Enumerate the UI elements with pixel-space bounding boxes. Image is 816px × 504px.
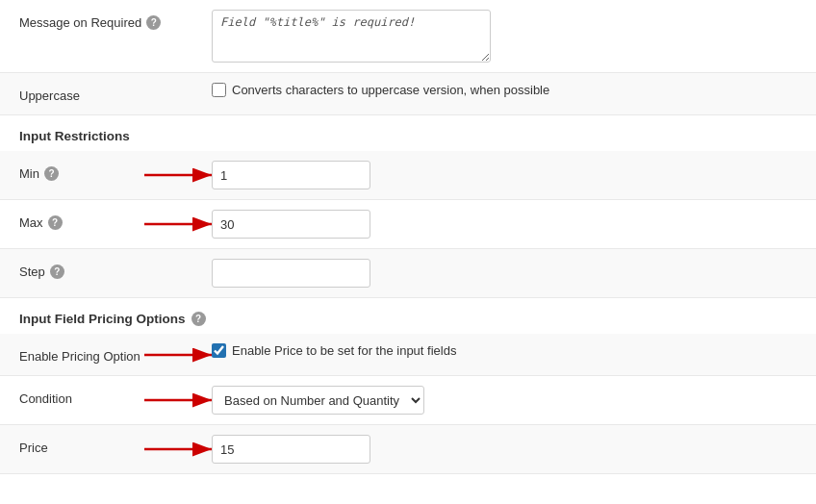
max-label: Max ?: [19, 210, 212, 230]
max-input[interactable]: [212, 210, 370, 239]
label-text: Price: [19, 441, 48, 455]
enable-pricing-checkbox[interactable]: [212, 343, 226, 358]
message-on-required-label: Message on Required ?: [19, 10, 212, 30]
uppercase-control: Converts characters to uppercase version…: [212, 83, 797, 97]
step-row: Step ?: [0, 249, 816, 298]
min-label: Min ?: [19, 161, 212, 181]
enable-pricing-checkbox-label: Enable Price to be set for the input fie…: [232, 343, 456, 358]
max-help-icon[interactable]: ?: [48, 215, 63, 230]
section-title-text: Input Field Pricing Options: [19, 312, 186, 326]
label-text: Min: [19, 166, 39, 181]
min-control: [212, 161, 797, 189]
label-text: Condition: [19, 391, 72, 406]
uppercase-row: Uppercase Converts characters to upperca…: [0, 73, 816, 115]
uppercase-checkbox[interactable]: [212, 83, 226, 97]
form-container: Message on Required ? Uppercase Converts…: [0, 0, 816, 474]
price-input[interactable]: [212, 435, 370, 464]
section-title-text: Input Restrictions: [19, 129, 130, 143]
uppercase-checkbox-row: Converts characters to uppercase version…: [212, 83, 549, 97]
step-input[interactable]: [212, 259, 370, 288]
condition-label: Condition: [19, 386, 212, 406]
message-on-required-row: Message on Required ?: [0, 0, 816, 73]
price-row: Price: [0, 425, 816, 474]
message-on-required-input[interactable]: [212, 10, 491, 63]
uppercase-checkbox-label: Converts characters to uppercase version…: [232, 83, 549, 97]
min-help-icon[interactable]: ?: [44, 166, 59, 181]
label-text: Enable Pricing Option: [19, 349, 140, 364]
min-input[interactable]: [212, 161, 370, 189]
enable-pricing-label: Enable Pricing Option: [19, 343, 212, 364]
label-text: Message on Required: [19, 15, 141, 30]
step-help-icon[interactable]: ?: [50, 265, 64, 279]
price-control: [212, 435, 797, 464]
price-label: Price: [19, 435, 212, 455]
uppercase-label: Uppercase: [19, 83, 212, 103]
enable-pricing-control: Enable Price to be set for the input fie…: [212, 343, 797, 358]
label-text: Uppercase: [19, 88, 80, 103]
min-row: Min ?: [0, 151, 816, 200]
max-row: Max ?: [0, 200, 816, 249]
enable-pricing-row: Enable Pricing Option Enable Price to be…: [0, 334, 816, 376]
condition-row: Condition Based on Number and Quantity B…: [0, 376, 816, 425]
pricing-section-help-icon[interactable]: ?: [191, 312, 206, 326]
condition-control: Based on Number and Quantity Based on Va…: [212, 386, 797, 415]
max-control: [212, 210, 797, 239]
label-text: Max: [19, 215, 43, 230]
message-on-required-control: [212, 10, 797, 63]
input-restrictions-header: Input Restrictions: [0, 115, 816, 151]
condition-select[interactable]: Based on Number and Quantity Based on Va…: [212, 386, 424, 415]
message-required-help-icon[interactable]: ?: [146, 15, 161, 30]
label-text: Step: [19, 265, 45, 279]
enable-pricing-checkbox-row: Enable Price to be set for the input fie…: [212, 343, 456, 358]
pricing-options-header: Input Field Pricing Options ?: [0, 298, 816, 334]
step-control: [212, 259, 797, 288]
step-label: Step ?: [19, 259, 212, 279]
